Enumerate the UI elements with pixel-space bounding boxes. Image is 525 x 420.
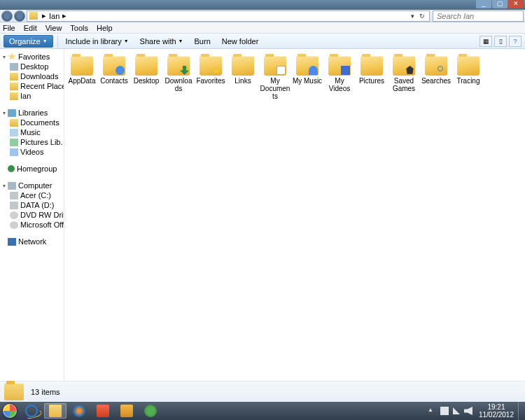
item-my-music[interactable]: My Music <box>292 56 323 100</box>
menu-bar: File Edit View Tools Help <box>0 22 525 34</box>
action-center-icon[interactable] <box>440 407 449 415</box>
nav-downloads[interactable]: Downloads <box>0 71 64 81</box>
volume-icon[interactable] <box>464 407 472 415</box>
network-tray-icon[interactable] <box>453 407 460 414</box>
content-area[interactable]: AppData Contacts Desktop Downloads Favor… <box>64 49 525 381</box>
tray-overflow-button[interactable]: ▲ <box>428 407 436 415</box>
start-button[interactable] <box>0 402 20 420</box>
navigation-pane: ▾Favorites Desktop Downloads Recent Plac… <box>0 49 64 381</box>
windows-orb-icon <box>3 404 17 418</box>
nav-desktop[interactable]: Desktop <box>0 62 64 71</box>
pictures-icon <box>10 139 18 146</box>
nav-documents[interactable]: Documents <box>0 118 64 127</box>
ie-icon <box>25 405 38 417</box>
maximize-button[interactable]: ▢ <box>492 0 507 8</box>
item-tracing[interactable]: Tracing <box>453 56 484 100</box>
minimize-button[interactable]: _ <box>476 0 491 8</box>
organize-button[interactable]: Organize▼ <box>4 35 53 48</box>
refresh-button[interactable]: ↻ <box>417 11 427 21</box>
address-caret2: ▸ <box>62 11 66 20</box>
nav-drive-c[interactable]: Acer (C:) <box>0 190 64 200</box>
nav-libraries[interactable]: ▾Libraries <box>0 108 64 118</box>
nav-computer[interactable]: ▾Computer <box>0 181 64 190</box>
menu-view[interactable]: View <box>46 24 62 32</box>
item-links[interactable]: Links <box>227 56 258 100</box>
libraries-icon <box>8 109 16 117</box>
include-library-button[interactable]: Include in library▼ <box>61 36 134 47</box>
address-caret: ▸ <box>42 11 46 20</box>
preview-pane-button[interactable]: ▯ <box>494 36 507 47</box>
back-button[interactable] <box>1 10 13 22</box>
nav-recent-places[interactable]: Recent Places <box>0 81 64 91</box>
address-bar[interactable]: ▸ Ian ▸ ▾ ↻ <box>27 10 430 22</box>
folder-icon <box>103 56 125 76</box>
nav-bar: ▸ Ian ▸ ▾ ↻ <box>0 10 525 22</box>
nav-drive-d[interactable]: DATA (D:) <box>0 200 64 210</box>
clock-time: 19:21 <box>479 403 514 411</box>
folder-icon <box>200 56 222 76</box>
new-folder-button[interactable]: New folder <box>217 36 264 47</box>
menu-edit[interactable]: Edit <box>24 24 37 32</box>
taskbar-app1[interactable] <box>92 403 114 419</box>
item-contacts[interactable]: Contacts <box>99 56 130 100</box>
item-saved-games[interactable]: Saved Games <box>388 56 419 100</box>
item-my-videos[interactable]: My Videos <box>324 56 355 100</box>
taskbar-explorer[interactable] <box>44 403 66 419</box>
taskbar-ie[interactable] <box>20 403 43 419</box>
drive-icon <box>10 202 18 209</box>
wmp-icon <box>73 405 85 417</box>
nav-ian[interactable]: Ian <box>0 91 64 101</box>
nav-favorites[interactable]: ▾Favorites <box>0 52 64 62</box>
item-desktop[interactable]: Desktop <box>131 56 162 100</box>
item-appdata[interactable]: AppData <box>66 56 97 100</box>
share-with-button[interactable]: Share with▼ <box>135 36 188 47</box>
network-icon <box>8 238 16 246</box>
menu-help[interactable]: Help <box>97 24 113 32</box>
clock-date: 11/02/2012 <box>479 411 514 419</box>
command-bar: Organize▼ Include in library▼ Share with… <box>0 34 525 49</box>
address-drop-button[interactable]: ▾ <box>407 11 417 21</box>
nav-music[interactable]: Music <box>0 127 64 137</box>
taskbar-app2[interactable] <box>115 403 138 419</box>
nav-dvd-drive[interactable]: DVD RW Drive (F:) Pi <box>0 210 64 220</box>
folder-icon <box>264 56 286 76</box>
item-downloads[interactable]: Downloads <box>163 56 194 100</box>
folder-icon <box>232 56 254 76</box>
item-my-documents[interactable]: My Documents <box>260 56 290 100</box>
taskbar-app3[interactable] <box>139 403 162 419</box>
taskbar-wmp[interactable] <box>68 403 90 419</box>
menu-file[interactable]: File <box>3 24 15 32</box>
star-icon <box>8 53 16 61</box>
nav-videos[interactable]: Videos <box>0 147 64 157</box>
item-pictures[interactable]: Pictures <box>356 56 387 100</box>
item-favorites[interactable]: Favorites <box>195 56 226 100</box>
nav-ms-office[interactable]: Microsoft Office 201 <box>0 220 64 230</box>
title-bar: _ ▢ ✕ <box>0 0 525 10</box>
change-view-button[interactable]: ▦ <box>479 36 492 47</box>
folder-icon <box>393 56 415 76</box>
nav-network[interactable]: Network <box>0 237 64 246</box>
nav-pictures-lib[interactable]: Pictures Lib. <box>0 137 64 147</box>
window-controls: _ ▢ ✕ <box>475 0 524 8</box>
folder-icon <box>328 56 351 76</box>
folder-icon <box>425 56 447 76</box>
forward-button[interactable] <box>14 10 25 22</box>
nav-homegroup[interactable]: Homegroup <box>0 164 64 174</box>
folder-icon <box>10 73 18 80</box>
search-input[interactable] <box>435 11 525 21</box>
search-box[interactable] <box>433 10 524 22</box>
folder-icon <box>10 83 18 90</box>
app-icon <box>144 405 157 417</box>
homegroup-icon <box>8 165 15 172</box>
show-desktop-button[interactable] <box>518 402 522 420</box>
music-icon <box>10 129 18 136</box>
documents-icon <box>10 119 18 127</box>
clock[interactable]: 19:21 11/02/2012 <box>479 403 514 419</box>
separator <box>57 36 58 47</box>
close-button[interactable]: ✕ <box>508 0 524 8</box>
burn-button[interactable]: Burn <box>190 36 216 47</box>
item-searches[interactable]: Searches <box>421 56 451 100</box>
help-button[interactable]: ? <box>509 36 522 47</box>
status-item-count: 13 items <box>31 388 60 396</box>
menu-tools[interactable]: Tools <box>70 24 88 32</box>
